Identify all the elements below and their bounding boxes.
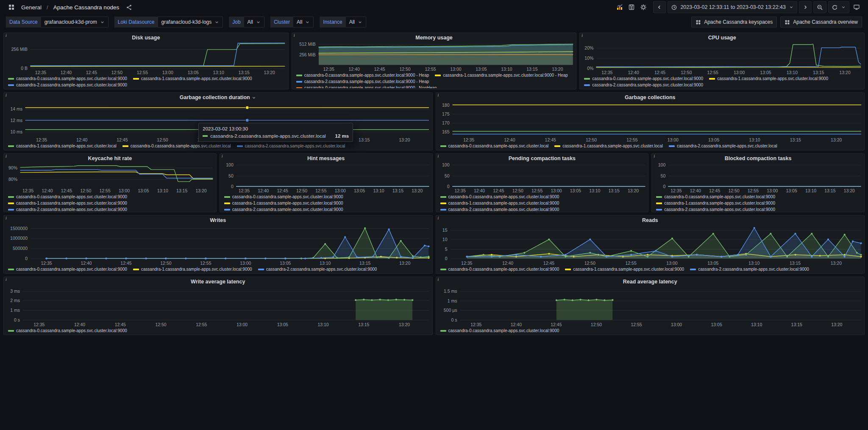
panel-header[interactable]: CPU usage xyxy=(583,34,861,42)
legend-item[interactable]: cassandra-2.cassandra.sample-apps.svc.cl… xyxy=(8,82,127,88)
filter-value-dropdown[interactable]: All xyxy=(244,17,264,28)
plot-area[interactable]: 2023-03-02 13:00:30cassandra-2.cassandra… xyxy=(25,101,429,136)
plot-area[interactable] xyxy=(668,162,861,187)
plot-area[interactable] xyxy=(31,224,429,260)
legend-item[interactable]: cassandra-1.cassandra.sample-apps.svc.cl… xyxy=(565,266,684,272)
info-icon[interactable]: i xyxy=(6,93,7,97)
panel-header[interactable]: Reads xyxy=(440,217,861,224)
info-icon[interactable]: i xyxy=(294,33,295,38)
plot-area[interactable] xyxy=(596,42,861,69)
panel-header[interactable]: Garbage collections xyxy=(440,94,861,101)
time-shift-forward-button[interactable] xyxy=(799,1,812,13)
legend-item[interactable]: cassandra-0.cassandra.sample-apps.svc.cl… xyxy=(440,266,559,272)
legend-item[interactable]: cassandra-0.cassandra.sample-apps.svc.cl… xyxy=(122,143,231,149)
legend-item[interactable]: cassandra-0.cassandra.sample-apps.svc.cl… xyxy=(296,72,429,78)
legend-item[interactable]: cassandra-2.cassandra.sample-apps.svc.cl… xyxy=(584,82,703,88)
panel-header[interactable]: Hint messages xyxy=(223,155,429,162)
panel-title[interactable]: Pending compaction tasks xyxy=(509,155,576,162)
plot-area[interactable] xyxy=(236,162,429,187)
panel-header[interactable]: Blocked compaction tasks xyxy=(655,155,861,162)
panel-title[interactable]: Memory usage xyxy=(415,34,453,42)
zoom-out-button[interactable] xyxy=(813,1,826,13)
link-apache-cassandra-overview[interactable]: Apache Cassandra overview xyxy=(780,17,862,28)
plot-area[interactable] xyxy=(31,42,285,69)
plot-area[interactable] xyxy=(319,42,573,66)
dashboard-settings-icon[interactable] xyxy=(638,2,649,13)
panel-title[interactable]: CPU usage xyxy=(708,34,736,42)
legend-item[interactable]: cassandra-1.cassandra.sample-apps.svc.cl… xyxy=(8,200,213,206)
panel-header[interactable]: Memory usage xyxy=(295,34,573,42)
save-dashboard-icon[interactable] xyxy=(626,2,637,13)
legend-item[interactable]: cassandra-0.cassandra.sample-apps.svc.cl… xyxy=(224,194,429,200)
legend-item[interactable]: cassandra-0.cassandra.sample-apps.svc.cl… xyxy=(440,327,559,334)
time-range-button[interactable]: 2023-03-02 12:33:11 to 2023-03-02 13:22:… xyxy=(668,1,797,13)
legend-item[interactable]: cassandra-0.cassandra.sample-apps.svc.cl… xyxy=(8,266,127,272)
panel-title[interactable]: Garbage collection duration xyxy=(180,94,250,101)
info-icon[interactable]: i xyxy=(438,277,439,282)
panel-title[interactable]: Write average latency xyxy=(191,278,245,286)
legend-item[interactable]: cassandra-2.cassandra.sample-apps.svc.cl… xyxy=(224,206,429,211)
info-icon[interactable]: i xyxy=(438,154,439,158)
panel-header[interactable]: Read average latency xyxy=(440,278,861,286)
legend-item[interactable]: cassandra-2.cassandra.sample-apps.svc.cl… xyxy=(8,206,213,211)
info-icon[interactable]: i xyxy=(222,154,223,158)
panel-title[interactable]: Keycache hit rate xyxy=(88,155,132,162)
legend-item[interactable]: cassandra-0.cassandra.sample-apps.svc.cl… xyxy=(8,194,213,200)
legend-item[interactable]: cassandra-1.cassandra.sample-apps.svc.cl… xyxy=(709,75,828,82)
legend-item[interactable]: cassandra-1.cassandra.sample-apps.svc.cl… xyxy=(133,266,252,272)
panel-title[interactable]: Blocked compaction tasks xyxy=(725,155,792,162)
legend-item[interactable]: cassandra-2.cassandra.sample-apps.svc.cl… xyxy=(258,266,377,272)
panel-header[interactable]: Disk usage xyxy=(7,34,285,42)
breadcrumb-section[interactable]: General xyxy=(21,4,42,11)
legend-item[interactable]: cassandra-0.cassandra.sample-apps.svc.cl… xyxy=(296,85,437,88)
filter-value-dropdown[interactable]: All xyxy=(346,17,366,28)
info-icon[interactable]: i xyxy=(6,277,7,282)
plot-area[interactable] xyxy=(20,162,213,187)
legend-item[interactable]: cassandra-0.cassandra.sample-apps.svc.cl… xyxy=(440,194,645,200)
legend-item[interactable]: cassandra-2.cassandra.sample-apps.svc.cl… xyxy=(690,266,809,272)
legend-item[interactable]: cassandra-1.cassandra.sample-apps.svc.cl… xyxy=(224,200,429,206)
analytics-icon[interactable] xyxy=(614,2,625,13)
legend-item[interactable]: cassandra-2.cassandra.sample-apps.svc.cl… xyxy=(237,143,345,149)
info-icon[interactable]: i xyxy=(6,154,7,158)
info-icon[interactable]: i xyxy=(438,93,439,97)
info-icon[interactable]: i xyxy=(6,33,7,38)
info-icon[interactable]: i xyxy=(581,33,583,38)
legend-item[interactable]: cassandra-0.cassandra.sample-apps.svc.cl… xyxy=(440,143,549,149)
share-icon[interactable] xyxy=(123,2,134,13)
filter-value-dropdown[interactable]: grafanacloud-k3d-prom xyxy=(41,17,108,28)
legend-item[interactable]: cassandra-0.cassandra.sample-apps.svc.cl… xyxy=(656,194,861,200)
legend-item[interactable]: cassandra-1.cassandra.sample-apps.svc.cl… xyxy=(8,143,117,149)
panel-title[interactable]: Disk usage xyxy=(132,34,160,42)
legend-item[interactable]: cassandra-2.cassandra.sample-apps.svc.cl… xyxy=(669,143,777,149)
filter-value-dropdown[interactable]: grafanacloud-k3d-logs xyxy=(158,17,223,28)
info-icon[interactable]: i xyxy=(438,216,439,220)
legend-item[interactable]: cassandra-1.cassandra.sample-apps.svc.cl… xyxy=(554,143,663,149)
legend-item[interactable]: cassandra-0.cassandra.sample-apps.svc.cl… xyxy=(8,327,127,334)
panel-header[interactable]: Writes xyxy=(7,217,429,224)
filter-value-dropdown[interactable]: All xyxy=(293,17,314,28)
panel-title[interactable]: Reads xyxy=(642,217,658,224)
info-icon[interactable]: i xyxy=(6,216,7,220)
legend-item[interactable]: cassandra-0.cassandra.sample-apps.svc.cl… xyxy=(584,75,703,82)
link-apache-cassandra-keyspaces[interactable]: Apache Cassandra keyspaces xyxy=(691,17,777,28)
panel-title[interactable]: Writes xyxy=(210,217,226,224)
legend-item[interactable]: cassandra-2.cassandra.sample-apps.svc.cl… xyxy=(656,206,861,211)
plot-area[interactable] xyxy=(23,286,429,321)
plot-area[interactable] xyxy=(451,224,861,260)
panel-title[interactable]: Hint messages xyxy=(307,155,345,162)
panel-menu-chevron-icon[interactable] xyxy=(251,95,256,100)
legend-item[interactable]: cassandra-2.cassandra.sample-apps.svc.cl… xyxy=(440,206,645,211)
legend-item[interactable]: cassandra-1.cassandra.sample-apps.svc.cl… xyxy=(656,200,861,206)
kiosk-mode-icon[interactable] xyxy=(851,2,862,13)
legend-item[interactable]: cassandra-2.cassandra.sample-apps.svc.cl… xyxy=(296,78,429,85)
panel-header[interactable]: Write average latency xyxy=(7,278,429,286)
plot-area[interactable] xyxy=(460,286,861,321)
legend-item[interactable]: cassandra-1.cassandra.sample-apps.svc.cl… xyxy=(435,72,568,78)
info-icon[interactable]: i xyxy=(654,154,655,158)
refresh-button[interactable] xyxy=(828,1,849,13)
plot-area[interactable] xyxy=(453,162,645,187)
panel-title[interactable]: Read average latency xyxy=(623,278,677,286)
panel-header[interactable]: Garbage collection duration xyxy=(7,94,429,101)
panel-title[interactable]: Garbage collections xyxy=(625,94,675,101)
